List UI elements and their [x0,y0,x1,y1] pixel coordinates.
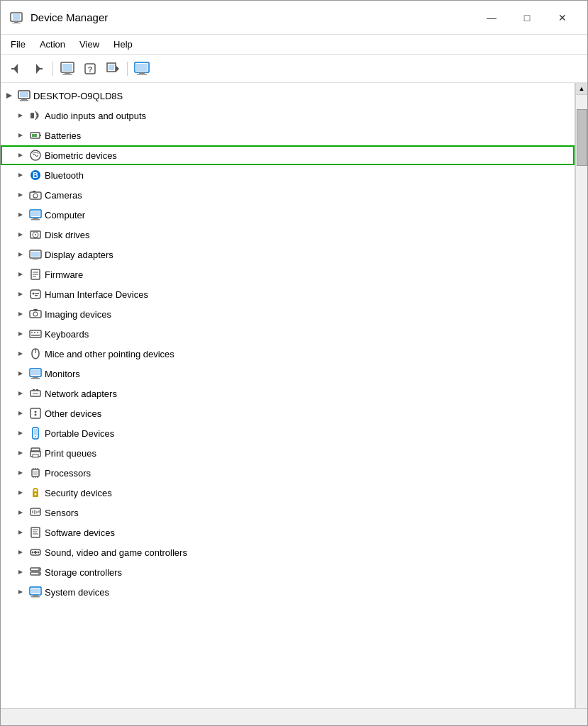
menu-file[interactable]: File [4,38,33,51]
title-bar: Device Manager — □ ✕ [1,1,587,35]
tree-item-8[interactable]: Firmware [1,264,575,284]
expand-arrow-20[interactable] [15,507,26,518]
item-label-16: Portable Devices [45,428,114,439]
expand-arrow-13[interactable] [15,368,26,379]
expand-arrow-11[interactable] [15,328,26,340]
expand-arrow-10[interactable] [15,308,26,320]
expand-arrow-4[interactable] [15,189,26,201]
expand-arrow-9[interactable] [15,289,26,300]
device-tree[interactable]: DESKTOP-O9QLD8S Audio inputs and outputs… [1,83,575,708]
expand-arrow-21[interactable] [15,527,26,538]
root-expand-arrow[interactable] [4,90,15,101]
expand-arrow-6[interactable] [15,229,26,240]
tree-item-0[interactable]: Audio inputs and outputs [1,106,575,125]
item-label-3: Bluetooth [45,170,84,181]
expand-arrow-2[interactable] [15,150,26,161]
help-button[interactable]: ? [79,59,101,79]
item-label-12: Mice and other pointing devices [45,349,174,359]
tree-item-19[interactable]: Security devices [1,483,575,503]
expand-arrow-7[interactable] [15,249,26,260]
svg-rect-92 [34,429,37,435]
root-node[interactable]: DESKTOP-O9QLD8S [1,86,575,106]
svg-rect-126 [34,552,37,553]
item-icon-14 [29,387,42,400]
expand-arrow-0[interactable] [15,110,26,121]
expand-arrow-14[interactable] [15,388,26,399]
expand-arrow-18[interactable] [15,467,26,479]
menu-help[interactable]: Help [106,38,140,51]
tree-item-12[interactable]: Mice and other pointing devices [1,344,575,364]
item-label-13: Monitors [45,369,80,379]
expand-arrow-5[interactable] [15,209,26,220]
expand-arrow-3[interactable] [15,169,26,181]
tree-item-11[interactable]: Keyboards [1,324,575,344]
forward-button[interactable] [28,59,49,79]
properties-button[interactable] [57,59,78,79]
maximize-button[interactable]: □ [511,6,543,29]
tree-item-18[interactable]: Processors [1,463,575,483]
update-button[interactable] [102,59,123,79]
svg-point-66 [33,312,38,316]
tree-item-21[interactable]: Software devices [1,523,575,542]
tree-item-13[interactable]: Monitors [1,364,575,384]
item-icon-4 [29,189,42,201]
tree-item-20[interactable]: Sensors [1,503,575,523]
tree-item-4[interactable]: Cameras [1,185,575,205]
expand-arrow-15[interactable] [15,408,26,419]
tree-item-2[interactable]: Biometric devices [1,145,575,165]
tree-item-1[interactable]: Batteries [1,125,575,145]
tree-item-22[interactable]: Sound, video and game controllers [1,542,575,562]
tree-item-7[interactable]: Display adapters [1,245,575,264]
svg-point-49 [35,234,36,235]
tree-item-6[interactable]: Disk drives [1,225,575,245]
expand-arrow-16[interactable] [15,428,26,439]
expand-arrow-22[interactable] [15,547,26,558]
expand-arrow-19[interactable] [15,487,26,498]
svg-marker-41 [18,213,23,217]
tree-item-23[interactable]: Storage controllers [1,562,575,582]
computer-button[interactable] [131,59,152,79]
close-button[interactable]: ✕ [546,6,579,29]
item-icon-9 [29,288,42,301]
tree-items: Audio inputs and outputs Batteries Biome… [1,106,575,602]
tree-item-14[interactable]: Network adapters [1,384,575,403]
tree-item-3[interactable]: B Bluetooth [1,165,575,185]
scrollbar[interactable]: ▲ [575,83,587,708]
tree-item-9[interactable]: Human Interface Devices [1,284,575,304]
menu-action[interactable]: Action [33,38,72,51]
window-controls: — □ ✕ [475,6,579,29]
menu-view[interactable]: View [72,38,106,51]
expand-arrow-24[interactable] [15,586,26,598]
tree-item-24[interactable]: System devices [1,582,575,602]
tree-item-10[interactable]: Imaging devices [1,304,575,324]
svg-point-109 [35,493,37,496]
svg-rect-72 [37,332,38,333]
expand-arrow-12[interactable] [15,348,26,359]
svg-rect-27 [30,113,34,118]
expand-arrow-23[interactable] [15,566,26,578]
item-label-11: Keyboards [45,329,89,340]
svg-rect-30 [40,135,41,136]
item-label-4: Cameras [45,190,82,201]
svg-marker-116 [18,530,23,535]
svg-marker-76 [18,372,23,376]
tree-item-15[interactable]: Other devices [1,403,575,423]
svg-text:?: ? [88,65,93,74]
svg-rect-97 [33,454,38,457]
scroll-up-arrow[interactable]: ▲ [576,83,588,95]
expand-arrow-17[interactable] [15,447,26,459]
scrollbar-thumb[interactable] [577,109,587,166]
expand-arrow-8[interactable] [15,269,26,280]
item-label-23: Storage controllers [45,567,122,578]
tree-item-5[interactable]: Computer [1,205,575,225]
tree-item-17[interactable]: Print queues [1,443,575,463]
minimize-button[interactable]: — [475,6,508,29]
svg-rect-9 [62,64,72,71]
svg-rect-45 [31,219,40,220]
back-button[interactable] [5,59,26,79]
svg-rect-134 [31,588,40,593]
svg-rect-73 [31,335,40,336]
svg-rect-67 [33,309,38,311]
expand-arrow-1[interactable] [15,130,26,141]
tree-item-16[interactable]: Portable Devices [1,423,575,443]
